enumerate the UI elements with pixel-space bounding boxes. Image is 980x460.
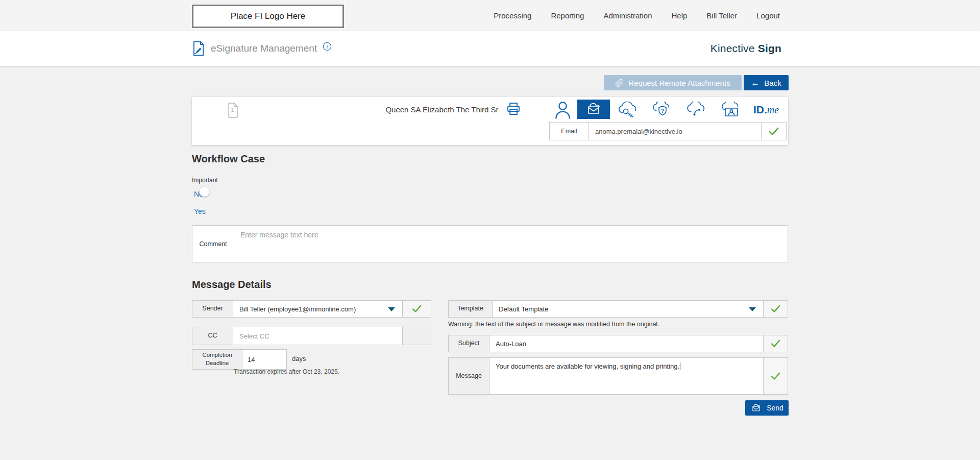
chevron-down-icon[interactable] bbox=[388, 307, 395, 311]
chevron-down-icon[interactable] bbox=[749, 307, 756, 311]
email-valid-check-icon bbox=[761, 123, 786, 140]
svg-text:i: i bbox=[327, 43, 328, 50]
access-code-key-icon[interactable] bbox=[617, 102, 639, 119]
subject-input[interactable] bbox=[496, 340, 757, 348]
recipient-card: 1 Queen SA Elizabeth The Third Sr bbox=[192, 97, 788, 145]
template-row: Template Default Template bbox=[448, 300, 788, 318]
message-row: Message Your documents are available for… bbox=[448, 357, 788, 395]
subject-valid-check-icon bbox=[763, 335, 788, 352]
nav-item-processing[interactable]: Processing bbox=[494, 11, 531, 20]
text-cursor bbox=[680, 362, 680, 370]
svg-text:?: ? bbox=[661, 108, 664, 114]
template-valid-check-icon bbox=[763, 301, 788, 317]
recipient-person-icon[interactable] bbox=[554, 101, 571, 119]
deadline-days-input[interactable] bbox=[242, 350, 286, 369]
send-button[interactable]: Send bbox=[745, 400, 789, 416]
comment-label: Comment bbox=[192, 226, 234, 262]
cc-tail-cell bbox=[402, 327, 431, 345]
sender-valid-check-icon bbox=[402, 301, 431, 317]
back-arrow-icon: ← bbox=[751, 79, 760, 87]
send-envelope-icon bbox=[750, 404, 762, 413]
info-icon[interactable]: i bbox=[323, 42, 332, 51]
template-label: Template bbox=[449, 301, 493, 317]
nav-item-help[interactable]: Help bbox=[672, 11, 688, 20]
cc-input[interactable] bbox=[239, 332, 396, 340]
deadline-unit-label: days bbox=[292, 355, 306, 362]
cc-row: CC bbox=[192, 327, 431, 345]
top-navigation-bar: Place FI Logo Here Processing Reporting … bbox=[0, 0, 980, 31]
email-input[interactable] bbox=[589, 123, 761, 140]
important-toggle-knob[interactable] bbox=[200, 187, 209, 197]
completion-deadline-label: Completion Deadline bbox=[192, 350, 242, 369]
recipient-email-row: Email bbox=[549, 122, 787, 140]
workflow-case-heading: Workflow Case bbox=[192, 153, 265, 165]
cc-label: CC bbox=[192, 327, 233, 345]
email-label: Email bbox=[550, 123, 589, 140]
idme-icon[interactable]: ID.me bbox=[753, 104, 779, 116]
important-label: Important bbox=[192, 177, 218, 184]
sender-row: Sender Bill Teller (employee1@immonline.… bbox=[192, 300, 431, 318]
page-header: eSignature Management i KinectiveSign bbox=[0, 31, 980, 66]
fi-logo-placeholder: Place FI Logo Here bbox=[192, 5, 344, 28]
comment-textarea[interactable] bbox=[234, 226, 788, 262]
photo-id-verification-icon[interactable] bbox=[719, 102, 744, 119]
comment-row: Comment bbox=[192, 225, 788, 262]
phone-verification-icon[interactable] bbox=[685, 102, 708, 119]
printer-icon[interactable] bbox=[506, 101, 521, 116]
back-button[interactable]: ← Back bbox=[744, 75, 789, 90]
recipient-name: Queen SA Elizabeth The Third Sr bbox=[309, 105, 575, 114]
main-nav: Processing Reporting Administration Help… bbox=[494, 0, 780, 31]
email-delivery-icon-selected[interactable] bbox=[577, 100, 610, 119]
nav-item-user[interactable]: Bill Teller bbox=[706, 11, 737, 20]
message-details-heading: Message Details bbox=[192, 279, 272, 290]
kinective-sign-brand: KinectiveSign bbox=[710, 31, 781, 66]
page-title: eSignature Management bbox=[211, 43, 317, 54]
request-remote-attachments-button[interactable]: Request Remote Attachments bbox=[604, 75, 742, 90]
sender-label: Sender bbox=[192, 301, 233, 317]
subject-row: Subject bbox=[448, 335, 788, 352]
esignature-management-page: Place FI Logo Here Processing Reporting … bbox=[0, 0, 980, 460]
esignature-document-icon bbox=[192, 41, 205, 56]
paperclip-icon bbox=[615, 79, 624, 87]
expiry-note: Transaction expires after Oct 23, 2025. bbox=[234, 368, 339, 375]
nav-item-administration[interactable]: Administration bbox=[603, 11, 652, 20]
message-label: Message bbox=[449, 358, 489, 394]
message-textarea[interactable]: Your documents are available for viewing… bbox=[489, 358, 763, 394]
important-option-yes[interactable]: Yes bbox=[194, 207, 206, 215]
completion-deadline-row: Completion Deadline bbox=[192, 349, 287, 370]
message-valid-check-icon bbox=[763, 358, 788, 394]
document-count-icon: 1 bbox=[227, 102, 239, 118]
svg-text:1: 1 bbox=[231, 107, 234, 113]
subject-label: Subject bbox=[449, 335, 489, 352]
sender-dropdown[interactable]: Bill Teller (employee1@immonline.com) bbox=[233, 301, 402, 317]
template-modified-warning: Warning: the text of the subject or mess… bbox=[448, 321, 659, 328]
nav-item-logout[interactable]: Logout bbox=[756, 11, 780, 20]
nav-item-reporting[interactable]: Reporting bbox=[551, 11, 584, 20]
security-question-shield-icon[interactable]: ? bbox=[651, 102, 674, 119]
template-dropdown[interactable]: Default Template bbox=[493, 301, 763, 317]
